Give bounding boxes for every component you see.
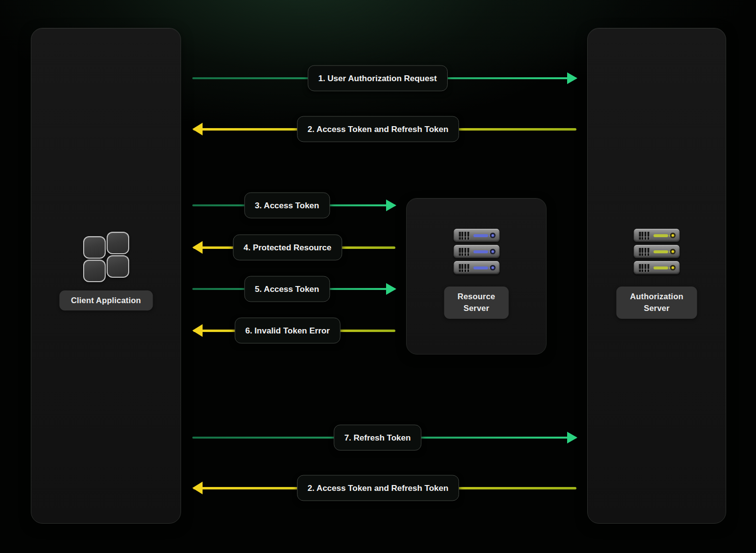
server-unit-icon [454, 245, 499, 258]
server-vent-grill-icon [639, 231, 650, 240]
arrowhead-right-icon [567, 432, 577, 443]
oauth-flow-diagram: Client Application Resourc [0, 0, 756, 553]
server-led-dot [670, 265, 676, 270]
server-unit-icon [634, 261, 680, 274]
server-unit-icon [634, 229, 680, 242]
server-rack-icon [634, 229, 680, 277]
server-unit-icon [454, 229, 499, 242]
server-vent-grill-icon [458, 264, 470, 272]
resource-server-panel: Resource Server [406, 198, 547, 354]
server-led-dot [490, 265, 495, 270]
server-led-dot [490, 249, 495, 254]
server-led-bar [473, 234, 488, 237]
client-application-label: Client Application [59, 290, 153, 310]
server-vent-grill-icon [458, 231, 470, 240]
server-led-bar [473, 250, 488, 253]
arrow-label: 1. User Authorization Request [307, 66, 447, 91]
app-tile-icon [107, 255, 129, 278]
app-grid-icon [83, 232, 129, 278]
arrow-label: 4. Protected Resource [233, 235, 343, 261]
arrow-label: 2. Access Token and Refresh Token [297, 475, 459, 501]
server-led-bar [473, 266, 488, 269]
app-tile-icon [83, 260, 106, 282]
server-rack-icon [454, 229, 499, 277]
arrowhead-right-icon [386, 199, 396, 211]
arrow-label: 2. Access Token and Refresh Token [297, 116, 459, 142]
client-application-panel: Client Application [31, 28, 181, 524]
server-unit-icon [634, 245, 680, 258]
server-unit-icon [454, 261, 499, 274]
server-led-dot [670, 249, 676, 254]
arrowhead-left-icon [192, 123, 203, 135]
server-led-bar [654, 250, 668, 253]
server-vent-grill-icon [639, 264, 650, 272]
server-led-dot [670, 233, 676, 238]
server-led-bar [654, 234, 668, 237]
arrowhead-left-icon [192, 482, 203, 494]
app-tile-icon [107, 232, 129, 254]
arrowhead-left-icon [192, 324, 203, 337]
server-led-dot [490, 233, 495, 238]
server-vent-grill-icon [458, 247, 470, 256]
arrowhead-left-icon [192, 241, 203, 254]
arrowhead-right-icon [567, 72, 577, 84]
server-vent-grill-icon [639, 247, 650, 256]
arrow-label: 5. Access Token [244, 276, 330, 302]
arrow-label: 6. Invalid Token Error [234, 318, 341, 344]
app-tile-icon [83, 236, 106, 259]
arrow-label: 3. Access Token [244, 193, 330, 219]
arrow-label: 7. Refresh Token [334, 425, 422, 451]
resource-server-label: Resource Server [444, 287, 509, 319]
authorization-server-panel: Authorization Server [587, 28, 726, 524]
authorization-server-label: Authorization Server [617, 287, 697, 319]
arrowhead-right-icon [386, 283, 396, 295]
server-led-bar [654, 266, 668, 269]
